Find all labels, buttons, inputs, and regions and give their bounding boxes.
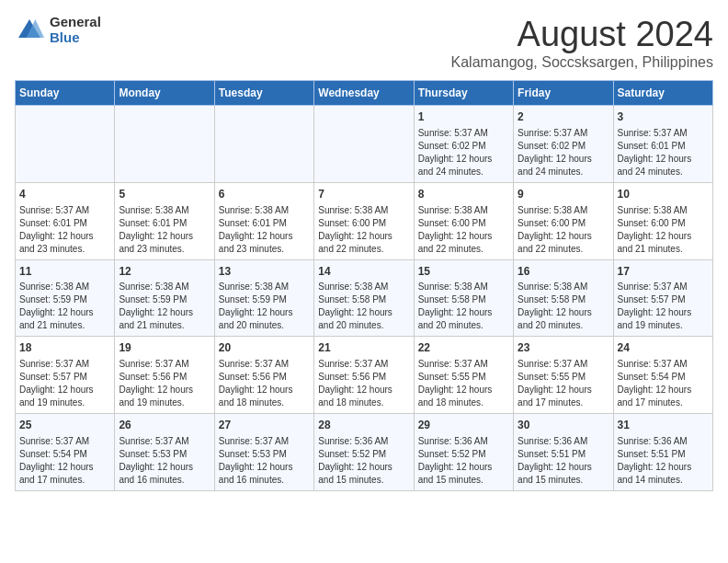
day-info: Sunrise: 5:37 AM Sunset: 5:53 PM Dayligh… bbox=[119, 435, 210, 487]
day-number: 13 bbox=[219, 264, 310, 280]
logo-blue-label: Blue bbox=[50, 30, 101, 46]
day-info: Sunrise: 5:37 AM Sunset: 5:56 PM Dayligh… bbox=[318, 358, 409, 409]
day-info: Sunrise: 5:38 AM Sunset: 6:00 PM Dayligh… bbox=[418, 204, 509, 256]
calendar-cell: 19Sunrise: 5:37 AM Sunset: 5:56 PM Dayli… bbox=[115, 337, 214, 414]
day-info: Sunrise: 5:36 AM Sunset: 5:51 PM Dayligh… bbox=[618, 435, 709, 487]
location-subtitle: Kalamangog, Soccsksargen, Philippines bbox=[451, 54, 714, 71]
day-number: 6 bbox=[219, 187, 310, 202]
day-number: 31 bbox=[618, 418, 709, 433]
logo-general-label: General bbox=[50, 15, 101, 30]
calendar-cell: 12Sunrise: 5:38 AM Sunset: 5:59 PM Dayli… bbox=[115, 259, 214, 337]
day-info: Sunrise: 5:38 AM Sunset: 5:59 PM Dayligh… bbox=[119, 281, 210, 332]
day-number: 29 bbox=[418, 418, 509, 433]
calendar-cell: 4Sunrise: 5:37 AM Sunset: 6:01 PM Daylig… bbox=[16, 182, 115, 259]
day-number: 7 bbox=[318, 187, 409, 202]
day-info: Sunrise: 5:37 AM Sunset: 5:57 PM Dayligh… bbox=[618, 281, 709, 332]
day-info: Sunrise: 5:38 AM Sunset: 6:01 PM Dayligh… bbox=[219, 204, 310, 256]
day-info: Sunrise: 5:37 AM Sunset: 5:56 PM Dayligh… bbox=[219, 358, 310, 409]
weekday-header-sunday: Sunday bbox=[16, 81, 115, 106]
calendar-cell: 28Sunrise: 5:36 AM Sunset: 5:52 PM Dayli… bbox=[314, 414, 414, 491]
day-number: 5 bbox=[119, 187, 210, 202]
day-info: Sunrise: 5:37 AM Sunset: 6:02 PM Dayligh… bbox=[518, 127, 609, 178]
calendar-cell: 23Sunrise: 5:37 AM Sunset: 5:55 PM Dayli… bbox=[514, 337, 613, 414]
day-info: Sunrise: 5:36 AM Sunset: 5:51 PM Dayligh… bbox=[518, 435, 609, 487]
day-number: 24 bbox=[618, 340, 709, 356]
calendar-cell: 31Sunrise: 5:36 AM Sunset: 5:51 PM Dayli… bbox=[613, 414, 712, 491]
day-info: Sunrise: 5:36 AM Sunset: 5:52 PM Dayligh… bbox=[318, 435, 409, 487]
day-info: Sunrise: 5:37 AM Sunset: 5:55 PM Dayligh… bbox=[418, 358, 509, 409]
day-number: 9 bbox=[518, 187, 609, 202]
calendar-week-row: 1Sunrise: 5:37 AM Sunset: 6:02 PM Daylig… bbox=[16, 106, 713, 183]
weekday-header-wednesday: Wednesday bbox=[314, 81, 414, 106]
day-info: Sunrise: 5:38 AM Sunset: 5:59 PM Dayligh… bbox=[219, 281, 310, 332]
calendar-week-row: 4Sunrise: 5:37 AM Sunset: 6:01 PM Daylig… bbox=[16, 182, 713, 259]
day-number: 10 bbox=[618, 187, 709, 202]
calendar-cell bbox=[16, 106, 115, 183]
calendar-cell: 13Sunrise: 5:38 AM Sunset: 5:59 PM Dayli… bbox=[214, 259, 313, 337]
day-number: 8 bbox=[418, 187, 509, 202]
day-info: Sunrise: 5:37 AM Sunset: 5:54 PM Dayligh… bbox=[618, 358, 709, 409]
day-info: Sunrise: 5:38 AM Sunset: 6:01 PM Dayligh… bbox=[119, 204, 210, 256]
day-number: 17 bbox=[618, 264, 709, 280]
calendar-week-row: 18Sunrise: 5:37 AM Sunset: 5:57 PM Dayli… bbox=[16, 337, 713, 414]
calendar-cell bbox=[115, 106, 214, 183]
logo: General Blue bbox=[15, 15, 101, 45]
day-info: Sunrise: 5:37 AM Sunset: 5:54 PM Dayligh… bbox=[19, 435, 110, 487]
calendar-cell: 24Sunrise: 5:37 AM Sunset: 5:54 PM Dayli… bbox=[613, 337, 712, 414]
calendar-cell: 18Sunrise: 5:37 AM Sunset: 5:57 PM Dayli… bbox=[16, 337, 115, 414]
day-info: Sunrise: 5:37 AM Sunset: 6:01 PM Dayligh… bbox=[618, 127, 709, 178]
calendar-cell: 16Sunrise: 5:38 AM Sunset: 5:58 PM Dayli… bbox=[514, 259, 613, 337]
day-number: 30 bbox=[518, 418, 609, 433]
day-number: 28 bbox=[318, 418, 409, 433]
calendar-cell: 22Sunrise: 5:37 AM Sunset: 5:55 PM Dayli… bbox=[414, 337, 513, 414]
calendar-cell: 5Sunrise: 5:38 AM Sunset: 6:01 PM Daylig… bbox=[115, 182, 214, 259]
day-info: Sunrise: 5:38 AM Sunset: 5:58 PM Dayligh… bbox=[418, 281, 509, 332]
calendar-cell: 26Sunrise: 5:37 AM Sunset: 5:53 PM Dayli… bbox=[115, 414, 214, 491]
weekday-header-monday: Monday bbox=[115, 81, 214, 106]
day-number: 26 bbox=[119, 418, 210, 433]
calendar-cell: 7Sunrise: 5:38 AM Sunset: 6:00 PM Daylig… bbox=[314, 182, 414, 259]
month-year-title: August 2024 bbox=[451, 15, 714, 54]
calendar-cell: 15Sunrise: 5:38 AM Sunset: 5:58 PM Dayli… bbox=[414, 259, 513, 337]
day-info: Sunrise: 5:37 AM Sunset: 5:56 PM Dayligh… bbox=[119, 358, 210, 409]
day-info: Sunrise: 5:38 AM Sunset: 6:00 PM Dayligh… bbox=[318, 204, 409, 256]
calendar-cell bbox=[214, 106, 313, 183]
day-number: 1 bbox=[418, 109, 509, 125]
weekday-header-friday: Friday bbox=[514, 81, 613, 106]
day-number: 11 bbox=[19, 264, 110, 280]
day-info: Sunrise: 5:37 AM Sunset: 5:53 PM Dayligh… bbox=[219, 435, 310, 487]
calendar-cell: 30Sunrise: 5:36 AM Sunset: 5:51 PM Dayli… bbox=[514, 414, 613, 491]
day-number: 22 bbox=[418, 340, 509, 356]
day-info: Sunrise: 5:37 AM Sunset: 5:57 PM Dayligh… bbox=[19, 358, 110, 409]
calendar-cell: 11Sunrise: 5:38 AM Sunset: 5:59 PM Dayli… bbox=[16, 259, 115, 337]
day-number: 4 bbox=[19, 187, 110, 202]
day-info: Sunrise: 5:37 AM Sunset: 6:01 PM Dayligh… bbox=[19, 204, 110, 256]
day-number: 21 bbox=[318, 340, 409, 356]
weekday-header-tuesday: Tuesday bbox=[214, 81, 313, 106]
calendar-cell: 2Sunrise: 5:37 AM Sunset: 6:02 PM Daylig… bbox=[514, 106, 613, 183]
calendar-cell: 3Sunrise: 5:37 AM Sunset: 6:01 PM Daylig… bbox=[613, 106, 712, 183]
calendar-cell: 8Sunrise: 5:38 AM Sunset: 6:00 PM Daylig… bbox=[414, 182, 513, 259]
day-info: Sunrise: 5:37 AM Sunset: 5:55 PM Dayligh… bbox=[518, 358, 609, 409]
day-info: Sunrise: 5:37 AM Sunset: 6:02 PM Dayligh… bbox=[418, 127, 509, 178]
calendar-cell: 20Sunrise: 5:37 AM Sunset: 5:56 PM Dayli… bbox=[214, 337, 313, 414]
day-number: 3 bbox=[618, 109, 709, 125]
day-number: 23 bbox=[518, 340, 609, 356]
day-number: 14 bbox=[318, 264, 409, 280]
day-number: 2 bbox=[518, 109, 609, 125]
calendar-cell: 17Sunrise: 5:37 AM Sunset: 5:57 PM Dayli… bbox=[613, 259, 712, 337]
calendar-cell: 29Sunrise: 5:36 AM Sunset: 5:52 PM Dayli… bbox=[414, 414, 513, 491]
day-info: Sunrise: 5:36 AM Sunset: 5:52 PM Dayligh… bbox=[418, 435, 509, 487]
logo-icon bbox=[15, 16, 44, 45]
day-number: 15 bbox=[418, 264, 509, 280]
calendar-cell bbox=[314, 106, 414, 183]
calendar-cell: 25Sunrise: 5:37 AM Sunset: 5:54 PM Dayli… bbox=[16, 414, 115, 491]
day-info: Sunrise: 5:38 AM Sunset: 6:00 PM Dayligh… bbox=[518, 204, 609, 256]
calendar-week-row: 11Sunrise: 5:38 AM Sunset: 5:59 PM Dayli… bbox=[16, 259, 713, 337]
calendar-cell: 1Sunrise: 5:37 AM Sunset: 6:02 PM Daylig… bbox=[414, 106, 513, 183]
weekday-header-row: SundayMondayTuesdayWednesdayThursdayFrid… bbox=[16, 81, 713, 106]
day-number: 27 bbox=[219, 418, 310, 433]
day-info: Sunrise: 5:38 AM Sunset: 6:00 PM Dayligh… bbox=[618, 204, 709, 256]
day-number: 12 bbox=[119, 264, 210, 280]
day-number: 25 bbox=[19, 418, 110, 433]
